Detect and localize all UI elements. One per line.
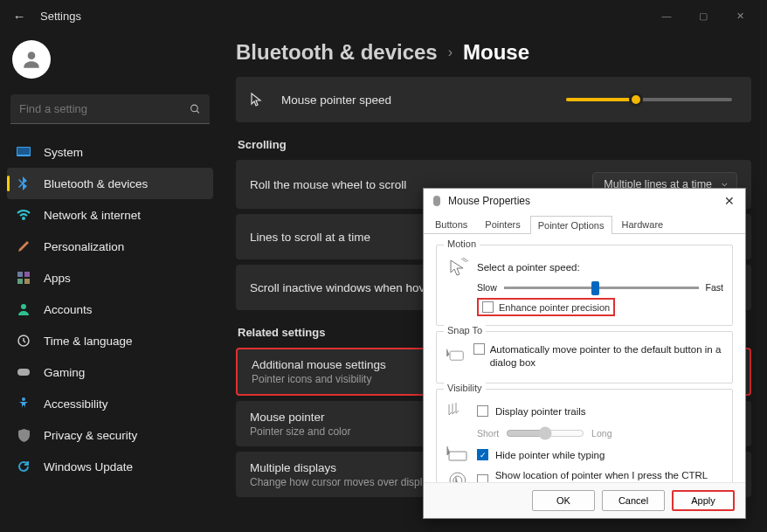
svg-rect-4: [17, 148, 30, 155]
search-icon: [190, 104, 201, 115]
svg-rect-9: [24, 279, 30, 284]
wifi-icon: [16, 207, 31, 223]
dialog-title: Mouse Properties: [448, 195, 530, 207]
svg-rect-14: [433, 196, 440, 206]
titlebar: ← Settings ― ▢ ✕: [0, 0, 767, 31]
accessibility-icon: [16, 396, 31, 411]
motion-group: Motion Select a pointer speed: Slow Fast…: [436, 245, 733, 326]
chevron-right-icon: ›: [448, 45, 453, 60]
section-scrolling: Scrolling: [238, 138, 751, 151]
apps-icon: [16, 270, 31, 286]
back-button[interactable]: ←: [9, 9, 30, 24]
person-icon: [16, 301, 31, 317]
brush-icon: [16, 238, 31, 254]
nav-accessibility[interactable]: Accessibility: [7, 388, 213, 419]
dialog-tabs: Buttons Pointers Pointer Options Hardwar…: [424, 213, 745, 234]
nav-update[interactable]: Windows Update: [7, 451, 213, 482]
pointer-speed-card: Mouse pointer speed: [236, 77, 751, 122]
shield-icon: [16, 427, 31, 443]
nav-list: System Bluetooth & devices Network & int…: [7, 136, 213, 482]
svg-rect-8: [17, 279, 23, 284]
search-input[interactable]: [10, 94, 210, 124]
tab-pointer-options[interactable]: Pointer Options: [530, 216, 612, 234]
apply-button[interactable]: Apply: [672, 490, 735, 511]
svg-line-2: [197, 111, 199, 114]
svg-point-1: [191, 105, 198, 112]
svg-point-10: [21, 304, 26, 309]
cancel-button[interactable]: Cancel: [602, 490, 665, 511]
window-title: Settings: [40, 10, 81, 23]
dialog-titlebar: Mouse Properties ✕: [424, 189, 745, 213]
minimize-button[interactable]: ―: [648, 3, 685, 29]
snap-checkbox[interactable]: [473, 343, 485, 355]
enhance-precision-checkbox[interactable]: [482, 301, 494, 313]
hide-typing-icon: [446, 445, 470, 466]
svg-point-5: [23, 218, 24, 219]
nav-system[interactable]: System: [7, 136, 213, 168]
maximize-button[interactable]: ▢: [685, 3, 722, 29]
search-box[interactable]: [10, 94, 210, 124]
nav-privacy[interactable]: Privacy & security: [7, 419, 213, 451]
hide-typing-checkbox[interactable]: ✓: [477, 449, 488, 460]
tab-buttons[interactable]: Buttons: [427, 215, 475, 233]
window-controls: ― ▢ ✕: [648, 3, 758, 29]
svg-rect-6: [17, 272, 23, 277]
breadcrumb: Bluetooth & devices › Mouse: [236, 40, 751, 65]
nav-time[interactable]: Time & language: [7, 325, 213, 356]
svg-rect-16: [449, 452, 466, 460]
snap-icon: [446, 346, 466, 367]
enhance-precision-highlight: Enhance pointer precision: [477, 298, 615, 316]
nav-accounts[interactable]: Accounts: [7, 294, 213, 325]
trails-length-slider: [506, 426, 584, 440]
profile[interactable]: [7, 37, 213, 91]
tab-pointers[interactable]: Pointers: [477, 215, 528, 233]
system-icon: [16, 144, 31, 160]
update-icon: [16, 459, 31, 474]
svg-rect-15: [450, 351, 463, 360]
svg-rect-7: [24, 272, 30, 277]
pointer-speed-slider[interactable]: [566, 98, 732, 101]
nav-personalization[interactable]: Personalization: [7, 231, 213, 262]
motion-speed-slider[interactable]: Slow Fast: [477, 282, 723, 293]
nav-bluetooth[interactable]: Bluetooth & devices: [7, 168, 213, 199]
gamepad-icon: [16, 364, 31, 380]
ok-button[interactable]: OK: [532, 490, 595, 511]
close-button[interactable]: ✕: [722, 3, 758, 29]
mouse-icon: [431, 195, 443, 207]
dialog-close-button[interactable]: ✕: [721, 194, 738, 208]
dialog-footer: OK Cancel Apply: [424, 482, 745, 518]
speed-icon: [446, 257, 470, 278]
breadcrumb-current: Mouse: [463, 40, 529, 65]
avatar: [12, 40, 51, 79]
trails-checkbox[interactable]: [477, 405, 488, 417]
trails-icon: [446, 401, 470, 422]
mouse-properties-dialog: Mouse Properties ✕ Buttons Pointers Poin…: [423, 188, 746, 519]
clock-icon: [16, 333, 31, 349]
nav-network[interactable]: Network & internet: [7, 199, 213, 231]
tab-hardware[interactable]: Hardware: [614, 215, 672, 233]
svg-point-0: [28, 52, 36, 59]
nav-gaming[interactable]: Gaming: [7, 356, 213, 388]
sidebar: System Bluetooth & devices Network & int…: [0, 31, 220, 532]
svg-point-13: [22, 397, 25, 401]
breadcrumb-parent[interactable]: Bluetooth & devices: [236, 40, 438, 65]
cursor-icon: [250, 93, 269, 107]
nav-apps[interactable]: Apps: [7, 262, 213, 294]
svg-rect-12: [17, 369, 30, 376]
snap-group: Snap To Automatically move pointer to th…: [436, 331, 733, 383]
bluetooth-icon: [16, 176, 31, 191]
